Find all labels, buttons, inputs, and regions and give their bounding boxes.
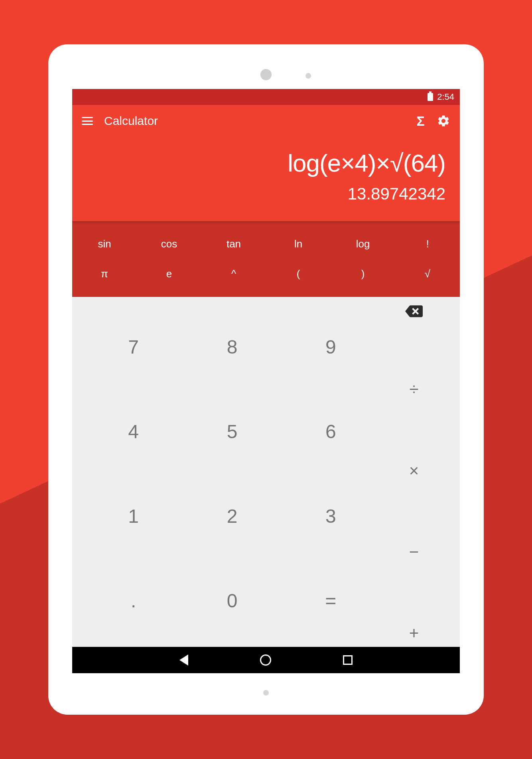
scientific-keypad: sin cos tan ln log ! π e ^ ( ) √ — [72, 221, 460, 297]
result-text: 13.89742342 — [87, 184, 445, 204]
home-indicator — [263, 690, 269, 696]
key-power[interactable]: ^ — [201, 259, 266, 289]
key-lparen[interactable]: ( — [266, 259, 331, 289]
key-8[interactable]: 8 — [183, 305, 281, 389]
key-3[interactable]: 3 — [282, 474, 380, 559]
app-bar-actions: Σ — [417, 113, 450, 129]
key-pi[interactable]: π — [72, 259, 137, 289]
key-e[interactable]: e — [137, 259, 201, 289]
key-1[interactable]: 1 — [84, 474, 183, 559]
gear-icon[interactable] — [437, 114, 450, 128]
nav-recent-icon[interactable] — [343, 655, 353, 665]
android-nav-bar — [72, 647, 460, 673]
key-ln[interactable]: ln — [266, 229, 331, 259]
tablet-frame: 2:54 Calculator Σ log(e×4)×√(64) 13.8974… — [48, 44, 484, 715]
sigma-icon[interactable]: Σ — [417, 113, 425, 129]
status-time: 2:54 — [437, 92, 454, 102]
calculator-display: log(e×4)×√(64) 13.89742342 — [72, 137, 460, 221]
nav-back-icon[interactable] — [179, 654, 188, 666]
key-9[interactable]: 9 — [282, 305, 380, 389]
nav-home-icon[interactable] — [260, 654, 271, 666]
key-equals[interactable]: = — [282, 558, 380, 643]
key-divide[interactable]: ÷ — [409, 380, 418, 399]
key-tan[interactable]: tan — [201, 229, 266, 259]
key-factorial[interactable]: ! — [395, 229, 460, 259]
app-bar: Calculator Σ — [72, 105, 460, 137]
key-log[interactable]: log — [331, 229, 395, 259]
key-4[interactable]: 4 — [84, 389, 183, 474]
device-screen: 2:54 Calculator Σ log(e×4)×√(64) 13.8974… — [72, 89, 460, 673]
menu-icon[interactable] — [82, 117, 93, 125]
status-bar: 2:54 — [72, 89, 460, 105]
key-sin[interactable]: sin — [72, 229, 137, 259]
key-decimal[interactable]: . — [84, 558, 183, 643]
key-cos[interactable]: cos — [137, 229, 201, 259]
key-plus[interactable]: + — [409, 624, 419, 643]
expression-text: log(e×4)×√(64) — [87, 149, 445, 177]
key-2[interactable]: 2 — [183, 474, 281, 559]
key-5[interactable]: 5 — [183, 389, 281, 474]
sensor-dot — [305, 73, 311, 79]
key-rparen[interactable]: ) — [331, 259, 395, 289]
operator-column: ÷×−+ — [380, 305, 448, 643]
battery-icon — [428, 93, 433, 101]
key-multiply[interactable]: × — [409, 461, 419, 480]
key-backspace[interactable] — [405, 305, 423, 318]
numeric-keypad: 789456123.0=÷×−+ — [72, 297, 460, 647]
key-minus[interactable]: − — [409, 542, 419, 561]
backspace-icon — [405, 305, 423, 318]
key-0[interactable]: 0 — [183, 558, 281, 643]
key-7[interactable]: 7 — [84, 305, 183, 389]
camera-dot — [260, 69, 272, 80]
app-title: Calculator — [104, 114, 406, 128]
key-sqrt[interactable]: √ — [395, 259, 460, 289]
key-6[interactable]: 6 — [282, 389, 380, 474]
